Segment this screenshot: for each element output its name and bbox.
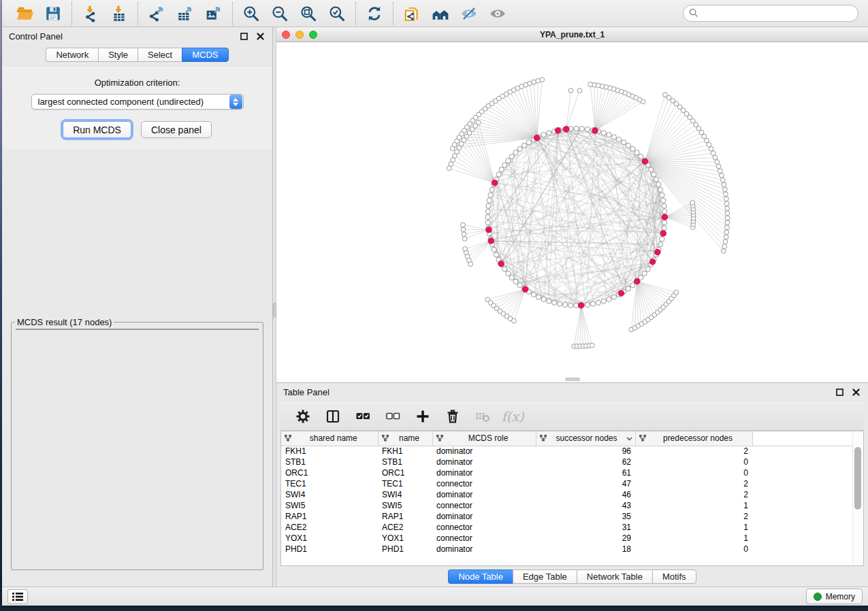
show-all-icon[interactable] xyxy=(487,3,508,24)
horizontal-splitter-handle[interactable] xyxy=(565,378,580,381)
export-table-icon[interactable] xyxy=(175,3,195,24)
cell-name: STB1 xyxy=(378,457,432,467)
column-header-filler xyxy=(752,431,862,446)
table-row[interactable]: RAP1RAP1dominator352 xyxy=(281,511,862,522)
close-table-panel-icon[interactable] xyxy=(850,386,861,397)
control-panel: Control Panel NetworkStyleSelectMCDS Opt… xyxy=(2,27,273,587)
save-session-icon[interactable] xyxy=(43,3,63,24)
add-row-icon[interactable] xyxy=(414,408,432,425)
table-row[interactable]: TEC1TEC1connector472 xyxy=(281,478,862,489)
hide-selected-icon[interactable] xyxy=(459,3,479,24)
mcds-hub-node xyxy=(634,278,641,284)
first-neighbors-icon[interactable] xyxy=(430,3,451,24)
cell-successor_nodes: 43 xyxy=(536,500,635,511)
zoom-selected-icon[interactable] xyxy=(327,3,347,24)
deselect-all-icon[interactable] xyxy=(384,408,402,425)
mcds-hub-node xyxy=(555,128,561,134)
table-scrollbar[interactable] xyxy=(852,432,863,565)
memory-button[interactable]: Memory xyxy=(806,589,863,604)
mcds-result-list[interactable]: PHD1CAR1STP4TID3YOX1SWI4SRD1PMA2FKH1ACE2… xyxy=(16,329,259,330)
import-network-icon[interactable] xyxy=(80,3,101,24)
tab-select[interactable]: Select xyxy=(138,48,182,62)
sort-chevron-icon xyxy=(626,436,632,441)
column-header-shared-name[interactable]: shared name xyxy=(281,431,378,446)
cell-shared_name: TEC1 xyxy=(281,478,378,489)
gear-icon[interactable] xyxy=(294,408,312,425)
table-row[interactable]: SWI5SWI5connector431 xyxy=(281,500,862,511)
cell-mcds_role: connector xyxy=(432,478,536,489)
table-row[interactable]: FKH1FKH1dominator962 xyxy=(281,446,862,457)
network-canvas[interactable] xyxy=(276,42,868,382)
column-header-predecessor-nodes[interactable]: predecessor nodes xyxy=(635,431,752,446)
cell-name: TEC1 xyxy=(378,478,432,489)
tab-style[interactable]: Style xyxy=(98,48,138,62)
cell-shared_name: RAP1 xyxy=(281,511,378,522)
cell-successor_nodes: 47 xyxy=(536,478,635,489)
cell-name: SWI4 xyxy=(378,489,432,500)
cell-shared_name: YOX1 xyxy=(281,533,378,544)
cell-successor_nodes: 61 xyxy=(536,467,635,478)
cell-name: YOX1 xyxy=(378,533,432,544)
mcds-hub-node xyxy=(492,180,498,186)
tab-edge-table[interactable]: Edge Table xyxy=(513,569,577,584)
zoom-fit-icon[interactable] xyxy=(298,3,319,24)
mcds-hub-node xyxy=(578,303,584,309)
column-header-name[interactable]: name xyxy=(378,431,432,446)
search-box xyxy=(683,5,858,22)
list-icon xyxy=(12,592,24,601)
mcds-hub-node xyxy=(649,259,656,265)
export-image-icon[interactable] xyxy=(204,3,224,24)
export-network-icon[interactable] xyxy=(146,3,167,24)
select-all-icon[interactable] xyxy=(354,408,372,425)
search-icon xyxy=(689,8,698,20)
tab-node-table[interactable]: Node Table xyxy=(448,569,513,584)
cell-shared_name: FKH1 xyxy=(281,446,378,457)
cell-mcds_role: dominator xyxy=(432,467,536,478)
table-scrollbar-thumb[interactable] xyxy=(854,447,861,510)
criterion-select[interactable]: largest connected component (undirected) xyxy=(31,94,244,110)
float-panel-icon[interactable] xyxy=(238,31,249,42)
mcds-hub-node xyxy=(592,128,598,134)
cell-predecessor_nodes: 2 xyxy=(635,511,752,522)
table-row[interactable]: YOX1YOX1connector291 xyxy=(281,533,862,544)
window-minimize-icon[interactable] xyxy=(295,31,304,39)
attribute-icon xyxy=(539,434,547,442)
table-row[interactable]: ACE2ACE2connector311 xyxy=(281,522,862,533)
float-table-panel-icon[interactable] xyxy=(834,386,845,397)
cell-successor_nodes: 18 xyxy=(536,544,635,555)
window-maximize-icon[interactable] xyxy=(309,31,317,39)
mcds-hub-node xyxy=(660,231,666,237)
search-input[interactable] xyxy=(683,5,858,22)
tab-mcds[interactable]: MCDS xyxy=(182,48,228,62)
columns-icon[interactable] xyxy=(324,408,342,425)
cell-shared_name: STB1 xyxy=(281,457,378,467)
tab-network-table[interactable]: Network Table xyxy=(577,569,652,584)
table-row[interactable]: STB1STB1dominator620 xyxy=(281,457,862,467)
close-panel-icon[interactable] xyxy=(255,31,266,42)
cell-mcds_role: connector xyxy=(432,533,536,544)
duplicate-network-icon[interactable] xyxy=(402,3,422,24)
close-panel-button[interactable]: Close panel xyxy=(141,121,212,138)
tab-network[interactable]: Network xyxy=(46,48,98,62)
task-history-button[interactable] xyxy=(7,589,28,604)
table-row[interactable]: PHD1PHD1dominator180 xyxy=(281,544,862,555)
run-mcds-button[interactable]: Run MCDS xyxy=(63,121,131,138)
column-header-successor-nodes[interactable]: successor nodes xyxy=(536,431,635,446)
zoom-in-icon[interactable] xyxy=(241,3,261,24)
zoom-out-icon[interactable] xyxy=(270,3,290,24)
toolbar-group xyxy=(71,2,138,25)
window-close-icon[interactable] xyxy=(282,31,290,39)
cell-mcds_role: dominator xyxy=(432,457,536,467)
table-row[interactable]: SWI4SWI4dominator462 xyxy=(281,489,862,500)
refresh-network-icon[interactable] xyxy=(364,3,385,24)
table-row[interactable]: ORC1ORC1dominator610 xyxy=(281,467,862,478)
open-file-icon[interactable] xyxy=(14,3,35,24)
tab-motifs[interactable]: Motifs xyxy=(652,569,696,584)
cell-predecessor_nodes: 0 xyxy=(635,457,752,467)
cell-name: PHD1 xyxy=(378,544,432,555)
criterion-select-value: largest connected component (undirected) xyxy=(32,97,229,107)
column-header-MCDS-role[interactable]: MCDS role xyxy=(432,431,536,446)
mcds-hub-node xyxy=(488,238,494,244)
delete-row-icon[interactable] xyxy=(444,408,462,425)
import-table-icon[interactable] xyxy=(109,3,129,24)
